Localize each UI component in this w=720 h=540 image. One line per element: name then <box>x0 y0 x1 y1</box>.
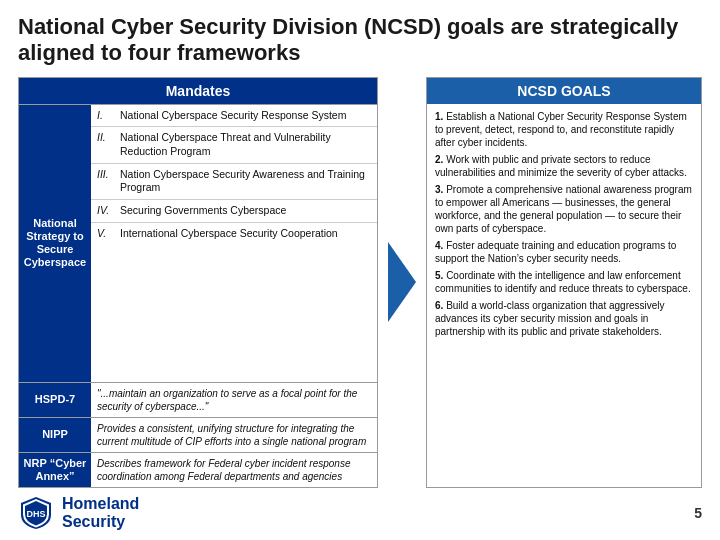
goal-item: 4. Foster adequate training and educatio… <box>435 239 693 265</box>
ns-rows: National Strategy to Secure Cyberspace I… <box>19 105 377 383</box>
ns-item-num: I. <box>97 109 117 123</box>
page-title: National Cyber Security Division (NCSD) … <box>18 14 702 67</box>
ns-items: I.National Cyberspace Security Response … <box>91 105 377 382</box>
nrp-desc: Describes framework for Federal cyber in… <box>91 453 377 487</box>
nipp-desc: Provides a consistent, unifying structur… <box>91 418 377 452</box>
ns-item: III.Nation Cyberspace Security Awareness… <box>91 164 377 200</box>
goal-item: 2. Work with public and private sectors … <box>435 153 693 179</box>
nipp-label: NIPP <box>19 418 91 452</box>
goal-num: 5. <box>435 270 443 281</box>
ns-item: IV.Securing Governments Cyberspace <box>91 200 377 223</box>
page-number: 5 <box>694 505 702 521</box>
hspd-desc: "...maintain an organization to serve as… <box>91 383 377 417</box>
ns-label: National Strategy to Secure Cyberspace <box>19 105 91 382</box>
goal-text: Promote a comprehensive national awarene… <box>435 184 692 234</box>
goal-item: 6. Build a world-class organization that… <box>435 299 693 338</box>
left-table: National Strategy to Secure Cyberspace I… <box>19 104 377 487</box>
ns-item-num: V. <box>97 227 117 241</box>
ns-item-num: IV. <box>97 204 117 218</box>
goal-text: Foster adequate training and education p… <box>435 240 676 264</box>
ns-item: V.International Cyberspace Security Coop… <box>91 223 377 245</box>
arrow-col <box>388 77 416 488</box>
nrp-row: NRP “Cyber Annex” Describes framework fo… <box>19 453 377 487</box>
ns-item-text: National Cyberspace Security Response Sy… <box>120 109 346 123</box>
logo-line1: Homeland <box>62 495 139 513</box>
ns-item-num: III. <box>97 168 117 182</box>
goal-item: 1. Establish a National Cyber Security R… <box>435 110 693 149</box>
ns-item-text: National Cyberspace Threat and Vulnerabi… <box>120 131 371 158</box>
hspd-label: HSPD-7 <box>19 383 91 417</box>
goal-item: 3. Promote a comprehensive national awar… <box>435 183 693 235</box>
left-panel: Mandates National Strategy to Secure Cyb… <box>18 77 378 488</box>
goal-num: 1. <box>435 111 443 122</box>
content-row: Mandates National Strategy to Secure Cyb… <box>18 77 702 488</box>
goal-num: 2. <box>435 154 443 165</box>
logo-text: Homeland Security <box>62 495 139 530</box>
ns-item-text: International Cyberspace Security Cooper… <box>120 227 338 241</box>
arrow-icon <box>388 242 416 322</box>
ns-item-text: Nation Cyberspace Security Awareness and… <box>120 168 371 195</box>
footer: DHS Homeland Security 5 <box>18 494 702 532</box>
goal-text: Coordinate with the intelligence and law… <box>435 270 691 294</box>
logo-area: DHS Homeland Security <box>18 495 139 531</box>
dhs-logo-icon: DHS <box>18 495 54 531</box>
svg-text:DHS: DHS <box>26 509 45 519</box>
goal-item: 5. Coordinate with the intelligence and … <box>435 269 693 295</box>
page: National Cyber Security Division (NCSD) … <box>0 0 720 540</box>
nipp-row: NIPP Provides a consistent, unifying str… <box>19 418 377 453</box>
goal-num: 4. <box>435 240 443 251</box>
mandates-header: Mandates <box>19 78 377 104</box>
goal-text: Work with public and private sectors to … <box>435 154 687 178</box>
goal-num: 6. <box>435 300 443 311</box>
ns-item: I.National Cyberspace Security Response … <box>91 105 377 128</box>
goal-num: 3. <box>435 184 443 195</box>
goal-text: Establish a National Cyber Security Resp… <box>435 111 687 148</box>
right-panel: NCSD GOALS 1. Establish a National Cyber… <box>426 77 702 488</box>
hspd-row: HSPD-7 "...maintain an organization to s… <box>19 383 377 418</box>
ncsd-header: NCSD GOALS <box>427 78 701 104</box>
logo-line2: Security <box>62 513 139 531</box>
ncsd-goals-list: 1. Establish a National Cyber Security R… <box>427 104 701 487</box>
nrp-label: NRP “Cyber Annex” <box>19 453 91 487</box>
ns-item-text: Securing Governments Cyberspace <box>120 204 286 218</box>
ns-item: II.National Cyberspace Threat and Vulner… <box>91 127 377 163</box>
ns-item-num: II. <box>97 131 117 145</box>
goal-text: Build a world-class organization that ag… <box>435 300 665 337</box>
